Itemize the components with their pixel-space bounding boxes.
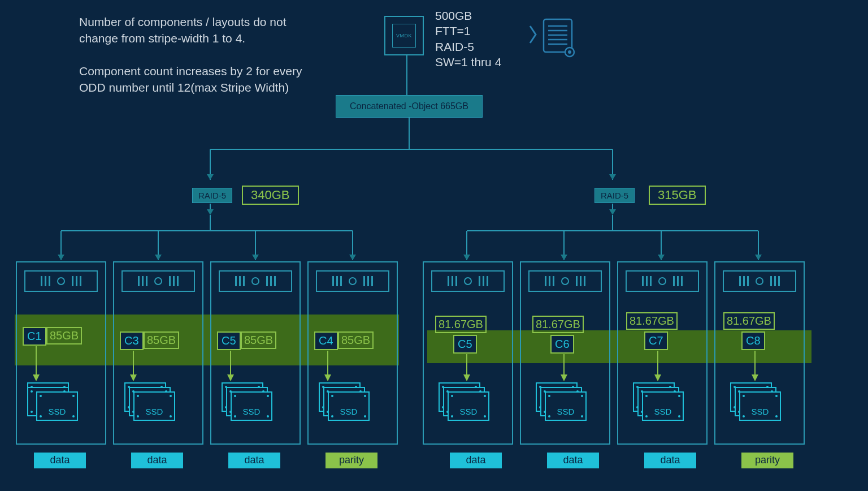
- svg-marker-24: [155, 255, 162, 260]
- ssd-label: SSD: [232, 407, 271, 416]
- description-p1: Number of components / layouts do not ch…: [79, 14, 322, 47]
- component-chip: C3: [120, 331, 144, 350]
- ssd-label: SSD: [546, 407, 585, 416]
- component-size: 81.67GB: [626, 312, 678, 330]
- ssd-stack: SSD: [27, 382, 78, 423]
- component-chip: C8: [741, 331, 765, 350]
- concat-object-box: Concatenated -Object 665GB: [336, 95, 483, 118]
- component-size: 81.67GB: [532, 316, 584, 333]
- component-chip: C4: [314, 331, 338, 350]
- component-chip: C1: [23, 327, 46, 346]
- ssd-label: SSD: [329, 407, 368, 416]
- type-label-data: data: [644, 453, 696, 468]
- svg-marker-26: [349, 255, 356, 260]
- raid-label-left: RAID-5: [192, 188, 232, 203]
- vmdk-box: VMDK: [384, 16, 424, 55]
- raid-size-right: 315GB: [649, 186, 706, 205]
- vmdk-label: VMDK: [392, 24, 416, 48]
- ssd-stack: SSD: [124, 382, 175, 423]
- ssd-stack: SSD: [222, 382, 272, 423]
- type-label-data: data: [228, 453, 280, 468]
- ssd-label: SSD: [740, 407, 780, 416]
- ssd-stack: SSD: [633, 382, 684, 423]
- component-size: 85GB: [46, 327, 82, 344]
- component-size: 81.67GB: [723, 312, 775, 330]
- ssd-stack: SSD: [536, 382, 587, 423]
- ssd-label: SSD: [643, 407, 683, 416]
- description-p2: Component count increases by 2 for every…: [79, 63, 322, 96]
- storage-policy-text: 500GB FTT=1 RAID-5 SW=1 thru 4: [435, 8, 501, 70]
- type-label-data: data: [131, 453, 183, 468]
- component-chip: C5: [217, 331, 241, 350]
- policy-ftt: FTT=1: [435, 23, 501, 38]
- svg-marker-37: [658, 255, 665, 260]
- policy-document-icon: [526, 15, 576, 60]
- component-size: 85GB: [241, 331, 276, 349]
- type-label-data: data: [547, 453, 599, 468]
- svg-marker-35: [463, 255, 470, 260]
- raid-size-left: 340GB: [242, 186, 299, 205]
- ssd-stack: SSD: [730, 382, 781, 423]
- connector-vmdk-concat: [401, 55, 413, 95]
- ssd-stack: SSD: [319, 382, 370, 423]
- policy-size: 500GB: [435, 8, 501, 23]
- svg-marker-28: [609, 209, 616, 215]
- server-icon: [528, 270, 602, 292]
- server-icon: [219, 270, 292, 292]
- ssd-label: SSD: [37, 407, 77, 416]
- server-icon: [723, 270, 796, 292]
- policy-sw: SW=1 thru 4: [435, 54, 501, 70]
- server-icon: [121, 270, 195, 292]
- component-chip: C6: [550, 335, 574, 354]
- component-size: 81.67GB: [435, 316, 487, 333]
- component-size: 85GB: [338, 331, 374, 349]
- svg-marker-14: [609, 174, 616, 180]
- ssd-stack: SSD: [439, 382, 489, 423]
- raid-label-right: RAID-5: [594, 188, 635, 203]
- description-text: Number of components / layouts do not ch…: [79, 14, 322, 112]
- svg-marker-25: [252, 255, 259, 260]
- type-label-data: data: [34, 453, 86, 468]
- svg-marker-23: [58, 255, 64, 260]
- component-chip: C5: [453, 335, 477, 354]
- type-label-parity: parity: [326, 453, 377, 468]
- server-icon: [24, 270, 98, 292]
- svg-marker-13: [207, 174, 214, 180]
- server-icon: [626, 270, 699, 292]
- connector-raid-right-hosts: [429, 204, 868, 266]
- ssd-label: SSD: [449, 407, 488, 416]
- svg-marker-38: [755, 255, 762, 260]
- svg-marker-36: [561, 255, 567, 260]
- server-icon: [316, 270, 389, 292]
- svg-marker-16: [207, 209, 214, 215]
- ssd-label: SSD: [134, 407, 174, 416]
- svg-point-7: [568, 50, 571, 54]
- connector-raid-left-hosts: [0, 204, 429, 266]
- component-chip: C7: [644, 331, 668, 350]
- type-label-parity: parity: [741, 453, 793, 468]
- server-icon: [431, 270, 505, 292]
- component-size: 85GB: [144, 331, 179, 349]
- type-label-data: data: [450, 453, 502, 468]
- connector-concat-raids: [0, 118, 868, 197]
- policy-raid: RAID-5: [435, 39, 501, 54]
